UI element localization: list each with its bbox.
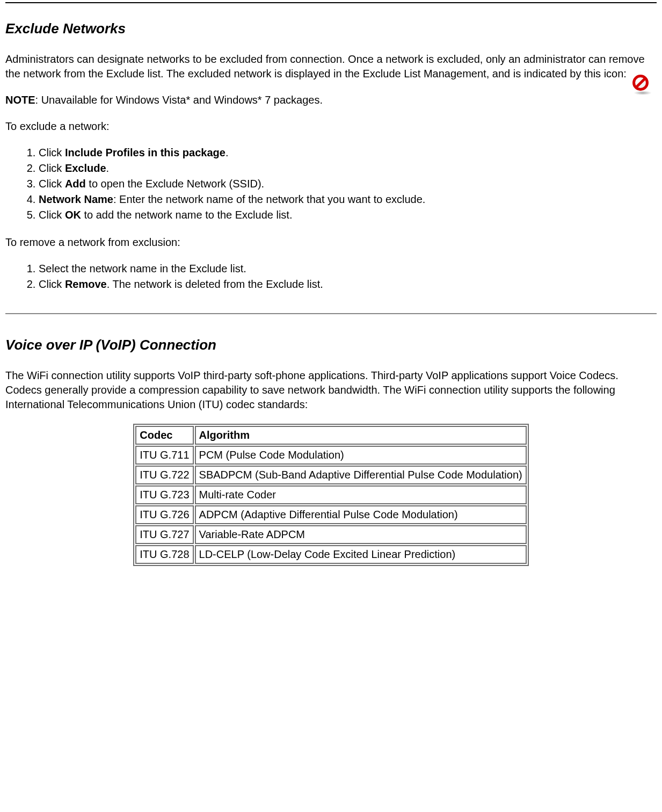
codec-table: Codec Algorithm ITU G.711 PCM (Pulse Cod… [133,424,528,566]
step-text: : Enter the network name of the network … [113,193,425,205]
table-cell-algorithm: LD-CELP (Low-Delay Code Excited Linear P… [195,545,527,564]
heading-voip-connection: Voice over IP (VoIP) Connection [5,336,657,354]
exclude-lead: To exclude a network: [5,119,657,134]
step-text: Select the network name in the Exclude l… [39,263,246,274]
table-row: ITU G.728 LD-CELP (Low-Delay Code Excite… [135,545,526,564]
table-row: ITU G.722 SBADPCM (Sub-Band Adaptive Dif… [135,466,526,484]
step-bold: Network Name [39,193,113,205]
list-item: Click Remove. The network is deleted fro… [39,277,657,292]
list-item: Select the network name in the Exclude l… [39,262,657,276]
note-text: : Unavailable for Windows Vista* and Win… [35,94,323,106]
list-item: Click Include Profiles in this package. [39,146,657,160]
remove-steps-list: Select the network name in the Exclude l… [5,262,657,292]
table-row: ITU G.727 Variable-Rate ADPCM [135,525,526,544]
list-item: Click Add to open the Exclude Network (S… [39,177,657,191]
list-item: Click OK to add the network name to the … [39,208,657,222]
remove-lead: To remove a network from exclusion: [5,235,657,250]
step-text: Click [39,278,65,290]
step-bold: Include Profiles in this package [65,147,225,158]
step-text: Click [39,147,65,158]
table-cell-codec: ITU G.726 [135,505,193,524]
table-cell-codec: ITU G.711 [135,446,193,465]
exclude-steps-list: Click Include Profiles in this package. … [5,146,657,222]
step-text: to add the network name to the Exclude l… [81,209,293,221]
table-cell-algorithm: ADPCM (Adaptive Differential Pulse Code … [195,505,527,524]
step-bold: OK [65,209,81,221]
note-label: NOTE [5,94,35,106]
document-page: Exclude Networks Administrators can desi… [0,2,662,588]
step-text: . [106,162,110,174]
step-text: . The network is deleted from the Exclud… [107,278,323,290]
step-text: Click [39,162,65,174]
step-bold: Add [65,178,86,190]
list-item: Click Exclude. [39,161,657,176]
voip-intro-paragraph: The WiFi connection utility supports VoI… [5,368,657,412]
section-divider [5,313,657,314]
codec-table-wrap: Codec Algorithm ITU G.711 PCM (Pulse Cod… [5,424,657,566]
note-paragraph: NOTE: Unavailable for Windows Vista* and… [5,93,657,107]
table-header-row: Codec Algorithm [135,426,526,445]
step-text: to open the Exclude Network (SSID). [86,178,264,190]
step-text: Click [39,178,65,190]
table-cell-algorithm: Variable-Rate ADPCM [195,525,527,544]
list-item: Network Name: Enter the network name of … [39,192,657,207]
table-row: ITU G.711 PCM (Pulse Code Modulation) [135,446,526,465]
step-text: . [225,147,229,158]
step-text: Click [39,209,65,221]
table-cell-algorithm: Multi-rate Coder [195,485,527,504]
table-cell-codec: ITU G.722 [135,466,193,484]
table-row: ITU G.726 ADPCM (Adaptive Differential P… [135,505,526,524]
exclude-intro-paragraph: Administrators can designate networks to… [5,52,657,81]
table-row: ITU G.723 Multi-rate Coder [135,485,526,504]
step-bold: Remove [65,278,107,290]
step-bold: Exclude [65,162,106,174]
table-header-codec: Codec [135,426,193,445]
table-cell-codec: ITU G.727 [135,525,193,544]
table-header-algorithm: Algorithm [195,426,527,445]
table-cell-codec: ITU G.728 [135,545,193,564]
table-cell-algorithm: SBADPCM (Sub-Band Adaptive Differential … [195,466,527,484]
table-cell-codec: ITU G.723 [135,485,193,504]
exclude-intro-text: Administrators can designate networks to… [5,53,645,79]
heading-exclude-networks: Exclude Networks [5,19,657,38]
top-rule [5,2,657,3]
table-cell-algorithm: PCM (Pulse Code Modulation) [195,446,527,465]
